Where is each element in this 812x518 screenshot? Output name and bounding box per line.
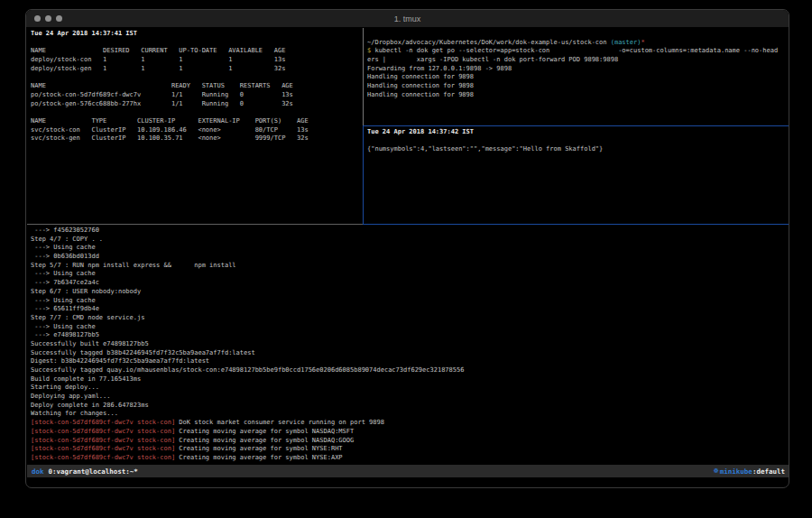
terminal-line: ers | xargs -IPOD kubectl -n dok port-fo… — [367, 56, 786, 65]
terminal-line: Watching for changes... — [31, 410, 786, 419]
terminal-line: [stock-con-5d7df689cf-dwc7v stock-con] C… — [31, 445, 786, 454]
terminal-line: ---> 0b636bd013dd — [31, 253, 786, 262]
terminal-line: Handling connection for 9898 — [367, 91, 786, 100]
tmux-window-item[interactable]: 0:vagrant@localhost:~* — [49, 467, 138, 476]
terminal-line: Step 6/7 : USER nobody:nobody — [31, 288, 786, 297]
terminal-line: ---> 65611ff9db4e — [31, 305, 786, 314]
tmux-status-bar: dok 0:vagrant@localhost:~* ☸ minikube :d… — [27, 465, 789, 477]
terminal-line: [stock-con-5d7df689cf-dwc7v stock-con] C… — [31, 454, 786, 463]
terminal-window: 1. tmux Tue 24 Apr 2018 14:37:41 ISTNAME… — [25, 9, 789, 488]
pane-skaffold-build-log[interactable]: ---> f45623052760Step 4/7 : COPY . . ---… — [27, 225, 789, 465]
pane-port-forward[interactable]: ~/Dropbox/advocacy/Kubernetes/DoK/work/d… — [364, 28, 789, 125]
terminal-line: NAME READY STATUS RESTARTS AGE — [31, 82, 359, 91]
terminal-line: ---> Using cache — [31, 297, 786, 306]
terminal-line — [367, 30, 786, 39]
tmux-terminal: Tue 24 Apr 2018 14:37:41 ISTNAME DESIRED… — [27, 28, 789, 465]
terminal-line — [31, 39, 359, 48]
terminal-line: NAME TYPE CLUSTER-IP EXTERNAL-IP PORT(S)… — [31, 117, 359, 126]
terminal-line: NAME DESIRED CURRENT UP-TO-DATE AVAILABL… — [31, 47, 359, 56]
terminal-line: ---> 7b6347ce2a4c — [31, 279, 786, 288]
terminal-line — [367, 137, 786, 146]
terminal-line: ~/Dropbox/advocacy/Kubernetes/DoK/work/d… — [367, 39, 786, 48]
terminal-line: Successfully built e74898127bb5 — [31, 340, 786, 349]
terminal-line: ---> Using cache — [31, 323, 786, 332]
terminal-line: Handling connection for 9898 — [367, 73, 786, 82]
terminal-line: Digest: b38b42246945fd7f32c5ba9aea7af7fd… — [31, 357, 786, 366]
terminal-line: ---> f45623052760 — [31, 227, 786, 236]
terminal-line: ---> Using cache — [31, 270, 786, 279]
terminal-line: $ kubectl -n dok get po --selector=app=s… — [367, 47, 786, 56]
terminal-line: Successfully tagged quay.io/mhausenblas/… — [31, 366, 786, 375]
terminal-line: ---> Using cache — [31, 244, 786, 253]
terminal-line — [31, 73, 359, 82]
terminal-line: Deploying app.yaml... — [31, 393, 786, 402]
terminal-line: Build complete in 77.165413ms — [31, 375, 786, 384]
window-title: 1. tmux — [26, 14, 789, 23]
terminal-line: [stock-con-5d7df689cf-dwc7v stock-con] C… — [31, 437, 786, 446]
screenshot-background: { "window": { "title": "1. tmux" }, "col… — [0, 0, 812, 518]
titlebar[interactable]: 1. tmux — [26, 10, 789, 28]
terminal-line: Tue 24 Apr 2018 14:37:42 IST — [367, 128, 786, 137]
pane-kubectl-resources[interactable]: Tue 24 Apr 2018 14:37:41 ISTNAME DESIRED… — [27, 28, 363, 224]
status-bar-right: ☸ minikube :default — [713, 467, 785, 476]
terminal-line: [stock-con-5d7df689cf-dwc7v stock-con] D… — [31, 419, 786, 428]
terminal-line: ---> e74898127bb5 — [31, 331, 786, 340]
terminal-line: {"numsymbols":4,"lastseen":"","message":… — [367, 145, 786, 154]
terminal-line: Handling connection for 9898 — [367, 82, 786, 91]
status-bar-left: dok 0:vagrant@localhost:~* — [32, 467, 138, 476]
tmux-session-name: dok — [32, 467, 44, 476]
terminal-line: Forwarding from 127.0.0.1:9898 -> 9898 — [367, 65, 786, 74]
terminal-line: po/stock-con-5d7df689cf-dwc7v 1/1 Runnin… — [31, 91, 359, 100]
terminal-line: Successfully tagged b38b42246945fd7f32c5… — [31, 349, 786, 358]
kubernetes-helm-icon: ☸ — [713, 467, 718, 475]
terminal-line: po/stock-gen-576cc688bb-277hx 1/1 Runnin… — [31, 100, 359, 109]
terminal-line: svc/stock-con ClusterIP 10.109.186.46 <n… — [31, 126, 359, 135]
terminal-line: Step 7/7 : CMD node service.js — [31, 314, 786, 323]
terminal-line: Tue 24 Apr 2018 14:37:41 IST — [31, 30, 359, 39]
terminal-line: Starting deploy... — [31, 384, 786, 393]
terminal-line: Step 5/7 : RUN npm install express && np… — [31, 262, 786, 271]
terminal-line: deploy/stock-con 1 1 1 1 13s — [31, 56, 359, 65]
terminal-line: [stock-con-5d7df689cf-dwc7v stock-con] C… — [31, 428, 786, 437]
terminal-line: deploy/stock-gen 1 1 1 1 32s — [31, 65, 359, 74]
kube-context-label: minikube — [720, 467, 752, 476]
terminal-line: Deploy complete in 286.647823ms — [31, 402, 786, 411]
pane-service-output[interactable]: Tue 24 Apr 2018 14:37:42 IST{"numsymbols… — [364, 126, 789, 224]
terminal-line: Step 4/7 : COPY . . — [31, 236, 786, 245]
terminal-line — [31, 108, 359, 117]
terminal-line: svc/stock-gen ClusterIP 10.100.35.71 <no… — [31, 134, 359, 143]
kube-namespace-label: :default — [752, 467, 785, 476]
